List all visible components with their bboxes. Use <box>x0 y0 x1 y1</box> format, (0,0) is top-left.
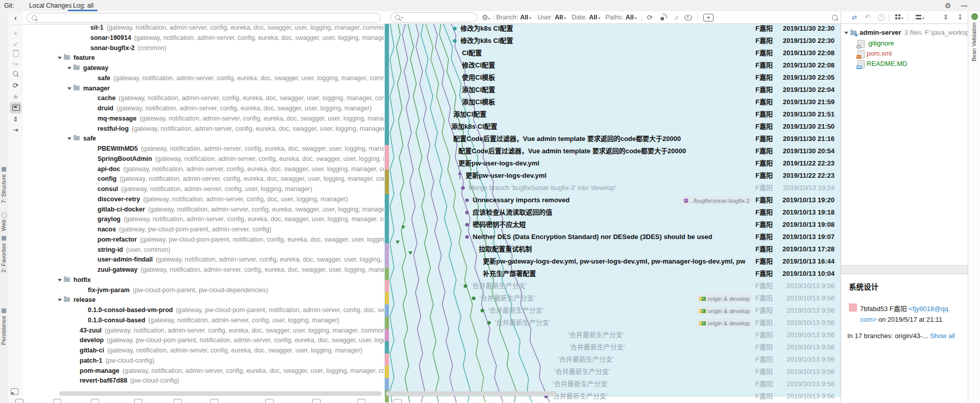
tree-row[interactable]: develop(gateway, pw-cloud-pom-parent, no… <box>23 335 384 345</box>
eye-icon[interactable] <box>684 15 692 20</box>
edge-tab-persistence[interactable]: Persistence <box>1 316 7 345</box>
log-hscrollbar[interactable] <box>386 391 557 396</box>
log-row[interactable]: 添加CI模板F嘉阳2019/11/30 21:59 <box>384 96 841 108</box>
log-row[interactable]: 应该检查从流读取返回的值F嘉阳2019/10/13 19:18 <box>384 206 841 219</box>
changed-file-row[interactable]: .gitignore <box>841 38 968 49</box>
log-row[interactable]: Unnecessary imports removed../bugfix/son… <box>384 194 841 206</box>
ref-label[interactable]: ../bugfix/sonar-bugfix-2 <box>681 196 752 205</box>
log-row[interactable]: 拉取配置重试机制F嘉阳2019/10/13 17:28 <box>384 243 841 255</box>
group-by-icon[interactable] <box>895 14 901 20</box>
tree-row[interactable]: sonar-190914(gateway, notification, admi… <box>23 33 384 43</box>
tree-row[interactable]: 43-zuul(gateway, notification, admin-ser… <box>23 325 384 336</box>
tree-row[interactable]: patch-1(pw-cloud-config) <box>23 355 384 366</box>
bottom-tool-icon[interactable] <box>174 399 182 403</box>
tree-row[interactable]: safe(gateway, notification, admin-server… <box>23 73 384 83</box>
ref-label[interactable]: origin & develop <box>697 306 752 315</box>
edge-tab-web[interactable]: Web <box>1 220 7 231</box>
expanded-arrow-icon[interactable] <box>58 299 62 301</box>
log-row[interactable]: 更新pw-user-logs-dev.ymlF嘉阳2019/11/22 22:2… <box>384 170 841 182</box>
bottom-tool-icon[interactable] <box>91 399 99 403</box>
filter-paths[interactable]: Paths:All▾ <box>605 11 636 23</box>
author-email-link[interactable]: <fjy8018@qq. <box>909 305 950 313</box>
log-row[interactable]: 补充生产部署配置F嘉阳2019/10/13 10:04 <box>384 268 841 280</box>
expand-all-icon[interactable]: ⇕ <box>8 114 23 125</box>
log-row[interactable]: 修改为k8s CI配置F嘉阳2019/11/30 22:30 <box>384 35 841 47</box>
new-tab-icon[interactable]: + <box>703 14 714 21</box>
sort-icon[interactable]: ↓↑ <box>671 13 680 21</box>
tree-row[interactable]: zuul-gateway(gateway, notification, admi… <box>23 265 384 275</box>
show-all-link[interactable]: Show all <box>930 332 955 340</box>
group-directory-icon[interactable] <box>916 14 922 20</box>
tree-row[interactable]: nacos(gateway, pw-cloud-pom-parent, admi… <box>23 224 384 234</box>
go-to-hash-icon[interactable] <box>832 15 838 20</box>
tree-row[interactable]: safe <box>23 133 384 144</box>
expanded-arrow-icon[interactable] <box>844 32 848 34</box>
refresh-icon[interactable]: ⟳ <box>645 13 654 21</box>
changed-file-row[interactable]: <>pom.xml <box>841 49 968 59</box>
tab-bean-validation[interactable]: Bean Validation <box>971 22 977 61</box>
tree-row[interactable]: api-doc(gateway, notification, admin-ser… <box>23 164 384 174</box>
collapse-all-icon[interactable]: ⇥ <box>8 125 23 135</box>
changed-root-row[interactable]: admin-server3 filesF:\java_worksp <box>841 28 968 38</box>
tree-row[interactable]: consul(gateway, notification, admin-serv… <box>23 184 384 194</box>
log-row[interactable]: '合并最新生产分支'F嘉阳2019/10/13 9:56 <box>384 378 841 390</box>
log-row[interactable]: 添加k8s CI配置F嘉阳2019/11/30 21:50 <box>384 121 841 133</box>
edge-tab-structure[interactable]: 7: Structure <box>1 174 7 203</box>
edge-tab-favorites[interactable]: 2: Favorites <box>1 243 7 272</box>
ref-label[interactable]: origin & develop <box>697 319 752 327</box>
bottom-tool-icon[interactable] <box>15 399 23 403</box>
expanded-arrow-icon[interactable] <box>67 87 71 90</box>
bottom-tool-icon[interactable] <box>210 399 218 403</box>
bottom-tool-icon[interactable] <box>394 399 402 403</box>
log-row[interactable]: 修改为k8s CI配置F嘉阳2019/11/30 22:30 <box>384 23 841 35</box>
filter-user[interactable]: User:All▾ <box>537 11 566 23</box>
bottom-tool-icon[interactable] <box>312 399 321 403</box>
add-icon[interactable]: + <box>8 28 23 38</box>
log-row[interactable]: Neither DES (Data Encryption Standard) n… <box>384 231 841 243</box>
clock-icon[interactable] <box>878 14 885 21</box>
tree-row[interactable]: pom-manage(gateway, notification, admin-… <box>23 366 384 376</box>
filter-branch[interactable]: Branch:All▾ <box>496 11 531 23</box>
log-row[interactable]: CI配置F嘉阳2019/11/30 22:08 <box>384 47 841 59</box>
tree-row[interactable]: manager <box>23 83 384 93</box>
filter-date[interactable]: Date:All▾ <box>572 11 600 23</box>
back-icon[interactable]: ‹ <box>8 13 23 23</box>
collapse-all-icon[interactable]: ↧ <box>955 13 965 21</box>
refresh-icon[interactable]: ⟳ <box>8 80 23 90</box>
log-row[interactable]: '合并最新生产分支'origin & developF嘉阳2019/10/13 … <box>384 304 841 317</box>
jump-icon[interactable]: ↪ <box>8 59 23 69</box>
tree-row[interactable]: cache(gateway, notification, admin-serve… <box>23 93 384 103</box>
log-row[interactable]: 配置Code后置过滤器，Vue admin template 要求返回的code… <box>384 145 841 157</box>
tree-row[interactable]: pom-refactor(gateway, pw-cloud-pom-paren… <box>23 234 384 245</box>
log-row[interactable]: 密码密钥不应太短F嘉阳2019/10/13 19:08 <box>384 219 841 231</box>
tree-row[interactable]: sonar-bugfix-2(common) <box>23 43 384 53</box>
log-row[interactable]: 添加CI配置F嘉阳2019/11/30 22:04 <box>384 84 841 96</box>
log-row[interactable]: '合并最新生产分支'F嘉阳2019/10/13 9:56 <box>384 366 841 378</box>
tree-row[interactable]: string-id(user, common) <box>23 245 384 255</box>
star-icon[interactable]: ★ <box>8 91 23 102</box>
arrow-down-left-icon[interactable]: ↙ <box>8 39 23 49</box>
tree-row[interactable]: druid(gateway, notification, admin-serve… <box>23 103 384 113</box>
expand-all-icon[interactable]: ⇕ <box>941 13 950 21</box>
log-row[interactable]: 使用CI模板F嘉阳2019/11/30 22:05 <box>384 72 841 84</box>
bottom-tool-icon[interactable] <box>357 399 365 403</box>
tree-row[interactable]: feature <box>23 53 384 63</box>
undo-icon[interactable]: ↶ <box>863 13 872 21</box>
details-splitter[interactable] <box>841 265 968 274</box>
log-row[interactable]: '合并最新生产分支'F嘉阳2019/10/13 9:56 <box>384 329 841 341</box>
log-row[interactable]: 更新pw-user-logs-dev.ymlF嘉阳2019/11/22 22:2… <box>384 157 841 170</box>
log-row[interactable]: 配置Code后置过滤器，Vue admin template 要求返回的code… <box>384 133 841 145</box>
log-row[interactable]: '合并最新生产分支'origin & developF嘉阳2019/10/13 … <box>384 317 841 329</box>
gear-icon[interactable]: ⚙ <box>943 1 952 10</box>
tree-row[interactable]: discover-retry(gateway, notification, ad… <box>23 194 384 204</box>
bottom-tool-icon[interactable] <box>53 399 61 403</box>
tree-row[interactable]: gitlab-ci-docker(gateway, notification, … <box>23 204 384 215</box>
search-icon[interactable] <box>13 71 18 76</box>
tree-row[interactable]: gateway <box>23 63 384 73</box>
log-row[interactable]: '合并最新生产分支'F嘉阳2019/10/13 9:56 <box>384 353 841 366</box>
bottom-tool-icon[interactable] <box>134 399 142 403</box>
jump-to-source-icon[interactable]: ⇄ <box>849 13 859 21</box>
log-row[interactable]: 修改CI配置F嘉阳2019/11/30 22:08 <box>384 59 841 72</box>
trash-icon[interactable] <box>13 52 19 57</box>
log-row[interactable]: '合并最新生产分支'origin & developF嘉阳2019/10/13 … <box>384 292 841 304</box>
